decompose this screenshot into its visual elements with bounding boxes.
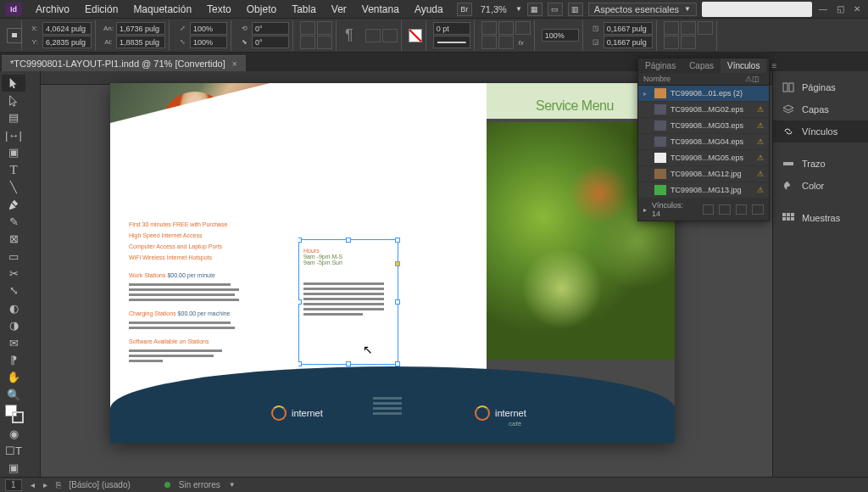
rectangle-tool[interactable]: ▭ bbox=[2, 248, 25, 265]
menu-maquetacion[interactable]: Maquetación bbox=[126, 1, 198, 18]
wrap-jump-icon[interactable] bbox=[481, 36, 497, 49]
handle-tm[interactable] bbox=[346, 238, 351, 243]
wrap-bbox-icon[interactable] bbox=[498, 21, 514, 35]
menu-texto[interactable]: Texto bbox=[200, 1, 238, 18]
line-tool[interactable]: ╲ bbox=[2, 178, 25, 195]
search-input[interactable] bbox=[702, 2, 812, 17]
opacity-field[interactable]: 100% bbox=[542, 29, 579, 42]
link-row[interactable]: TC99908...MG03.eps⚠ bbox=[638, 118, 769, 134]
corner-options[interactable]: ◳0,1667 pulg ◲0,1667 pulg bbox=[587, 20, 657, 51]
zoom-tool[interactable]: 🔍 bbox=[2, 386, 25, 403]
content-collector-tool[interactable]: ▣ bbox=[2, 144, 25, 161]
handle-bm[interactable] bbox=[346, 361, 351, 366]
rotate-ccw-icon[interactable] bbox=[300, 21, 315, 35]
panel-paginas[interactable]: Páginas bbox=[773, 76, 868, 98]
menu-ver[interactable]: Ver bbox=[325, 1, 353, 18]
stroke-field[interactable]: 0 pt bbox=[433, 22, 470, 35]
tab-close-icon[interactable]: × bbox=[232, 59, 237, 69]
disclosure-icon[interactable]: ▸ bbox=[643, 206, 647, 214]
fill-stroke-swap[interactable] bbox=[2, 403, 25, 424]
note-tool[interactable]: ✉ bbox=[2, 334, 25, 351]
relink-icon[interactable] bbox=[703, 204, 715, 215]
panel-vinculos[interactable]: Vínculos bbox=[773, 120, 868, 143]
view-mode-icon[interactable]: ▦ bbox=[527, 3, 542, 16]
flip-h-icon[interactable] bbox=[300, 36, 315, 49]
pen-tool[interactable] bbox=[2, 196, 25, 213]
handle-mr[interactable] bbox=[395, 299, 400, 305]
w-field[interactable]: 1,6736 pulg bbox=[116, 22, 165, 35]
arrange-icon[interactable]: ▥ bbox=[568, 3, 583, 16]
scalex-field[interactable]: 100% bbox=[190, 22, 227, 35]
direct-selection-tool[interactable] bbox=[2, 92, 25, 109]
x-field[interactable]: 4,0624 pulg bbox=[42, 22, 92, 35]
maximize-icon[interactable]: ◱ bbox=[834, 4, 846, 14]
minimize-icon[interactable]: — bbox=[817, 4, 829, 14]
select-container-icon[interactable] bbox=[365, 29, 381, 42]
handle-ml[interactable] bbox=[298, 299, 302, 305]
link-row[interactable]: TC99908...MG05.eps⚠ bbox=[638, 150, 769, 166]
selected-frame[interactable] bbox=[298, 239, 398, 365]
apply-color-icon[interactable]: ◉ bbox=[2, 425, 25, 442]
goto-link-icon[interactable] bbox=[719, 204, 731, 215]
update-link-icon[interactable] bbox=[736, 204, 748, 215]
fit-content-icon[interactable] bbox=[664, 21, 679, 35]
panel-capas[interactable]: Capas bbox=[773, 98, 868, 120]
scaley-field[interactable]: 100% bbox=[190, 36, 227, 48]
close-icon[interactable]: ✕ bbox=[851, 4, 863, 14]
bridge-icon[interactable]: Br bbox=[457, 3, 472, 16]
handle-tl[interactable] bbox=[298, 238, 302, 243]
links-tab-vinculos[interactable]: Vínculos bbox=[721, 59, 766, 73]
menu-tabla[interactable]: Tabla bbox=[285, 1, 323, 18]
wrap-column-icon[interactable] bbox=[498, 36, 514, 49]
link-row[interactable]: TC99908...MG12.jpg⚠ bbox=[638, 166, 769, 182]
preflight-menu-icon[interactable]: ▼ bbox=[229, 481, 236, 489]
fit-prop-icon[interactable] bbox=[681, 36, 696, 49]
paragraph-icon[interactable]: ¶ bbox=[340, 26, 359, 44]
view-mode-normal[interactable]: ▣ bbox=[2, 460, 25, 477]
page-navigator[interactable]: 1 bbox=[5, 479, 22, 491]
scissors-tool[interactable]: ✂ bbox=[2, 265, 25, 282]
y-field[interactable]: 6,2835 pulg bbox=[42, 36, 92, 48]
rotate-cw-icon[interactable] bbox=[317, 21, 332, 35]
link-row[interactable]: TC99908...MG04.eps⚠ bbox=[638, 134, 769, 150]
fill-frame-icon[interactable] bbox=[698, 21, 713, 35]
select-content-icon[interactable] bbox=[382, 29, 398, 42]
menu-archivo[interactable]: Archivo bbox=[29, 1, 76, 18]
free-transform-tool[interactable]: ⤡ bbox=[2, 282, 25, 299]
panel-color[interactable]: Color bbox=[773, 175, 868, 197]
edit-original-icon[interactable] bbox=[752, 204, 764, 215]
disclosure-icon[interactable]: ▸ bbox=[643, 90, 650, 98]
reference-point[interactable] bbox=[3, 20, 22, 51]
rectangle-frame-tool[interactable]: ⊠ bbox=[2, 231, 25, 248]
preflight-status[interactable]: Sin errores bbox=[179, 480, 220, 489]
zoom-dropdown-icon[interactable]: ▼ bbox=[515, 5, 522, 13]
pencil-tool[interactable]: ✎ bbox=[2, 213, 25, 230]
menu-ayuda[interactable]: Ayuda bbox=[408, 1, 450, 18]
eyedropper-tool[interactable]: ⁋ bbox=[2, 351, 25, 368]
open-icon[interactable]: ⎘ bbox=[56, 480, 61, 489]
screen-mode-icon[interactable]: ▭ bbox=[548, 3, 563, 16]
selection-tool[interactable] bbox=[2, 75, 25, 92]
links-tab-paginas[interactable]: Páginas bbox=[638, 59, 682, 73]
menu-ventana[interactable]: Ventana bbox=[355, 1, 406, 18]
stroke-style[interactable] bbox=[433, 36, 470, 48]
handle-bl[interactable] bbox=[298, 361, 302, 366]
links-tab-capas[interactable]: Capas bbox=[682, 59, 721, 73]
link-row[interactable]: ▸TC99908...01.eps (2) bbox=[638, 86, 769, 102]
rotate-field[interactable]: 0° bbox=[252, 22, 289, 35]
wrap-none-icon[interactable] bbox=[481, 21, 497, 35]
gradient-swatch-tool[interactable]: ◐ bbox=[2, 299, 25, 316]
nav-next-icon[interactable]: ▸ bbox=[43, 480, 47, 489]
formatting-container-icon[interactable]: ☐T bbox=[2, 442, 25, 459]
corner-y-field[interactable]: 0,1667 pulg bbox=[604, 36, 653, 48]
nav-prev-icon[interactable]: ◂ bbox=[31, 480, 35, 489]
links-col-warn-icon[interactable]: ⚠ bbox=[745, 75, 752, 83]
link-row[interactable]: TC99908...MG02.eps⚠ bbox=[638, 102, 769, 118]
type-tool[interactable]: T bbox=[2, 161, 25, 178]
shear-field[interactable]: 0° bbox=[252, 36, 289, 48]
center-content-icon[interactable] bbox=[664, 36, 679, 49]
workspace-switcher[interactable]: Aspectos esenciales▼ bbox=[588, 3, 697, 16]
handle-tr[interactable] bbox=[395, 238, 400, 243]
panel-trazo[interactable]: Trazo bbox=[773, 153, 868, 175]
link-row[interactable]: TC99908...MG13.jpg⚠ bbox=[638, 182, 769, 198]
